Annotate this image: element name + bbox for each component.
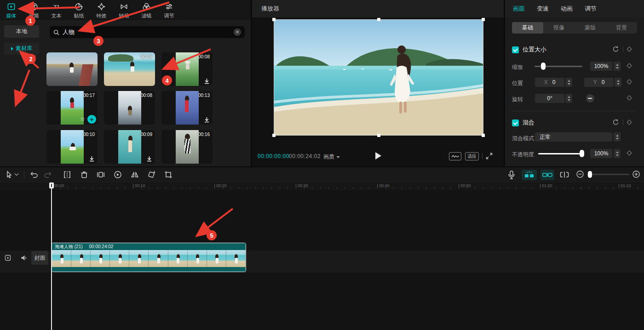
opacity-slider-handle[interactable]	[580, 150, 584, 157]
media-item-8[interactable]: 00:09	[104, 130, 155, 164]
blend-title: 混合	[523, 119, 535, 127]
position-y-stepper[interactable]	[615, 78, 621, 87]
timeline-tracks[interactable]: 封面 海滩人物 (21) 00:00:24:02	[0, 190, 644, 330]
media-item-2[interactable]: 00:25	[104, 52, 155, 86]
quality-dropdown[interactable]: 画质	[323, 153, 340, 161]
scale-stepper[interactable]	[614, 62, 621, 71]
timeline-clip[interactable]: 海滩人物 (21) 00:00:24:02	[52, 243, 246, 272]
tab-adjustment[interactable]: 调节	[585, 5, 597, 13]
zoom-out-icon[interactable]	[576, 170, 584, 178]
resize-handle-bottom-right[interactable]	[482, 134, 485, 137]
media-item-6[interactable]: 00:13	[161, 91, 213, 125]
fit-timeline-icon[interactable]	[559, 170, 569, 179]
reverse-icon[interactable]	[113, 170, 122, 179]
tab-animation[interactable]: 动画	[561, 5, 573, 13]
tab-sticker[interactable]: 贴纸	[68, 0, 90, 20]
search-clear-button[interactable]: ✕	[234, 28, 241, 36]
resize-handle-top-center[interactable]	[377, 18, 380, 21]
playhead[interactable]	[51, 182, 52, 330]
rotate-value-field[interactable]: 0°	[535, 94, 564, 103]
timeline-ruler[interactable]: 00:00 00:10 00:20 00:30 00:40 00:50 01:0…	[0, 182, 644, 190]
resize-handle-bottom-center[interactable]	[377, 134, 380, 137]
tab-media[interactable]: 媒体	[0, 0, 23, 20]
star-icon[interactable]: ☆	[80, 116, 85, 122]
fit-button[interactable]: 适应	[465, 152, 479, 160]
auto-snap-toggle[interactable]	[522, 170, 537, 180]
tab-text[interactable]: TI 文本	[45, 0, 68, 20]
tab-speed[interactable]: 变速	[537, 5, 549, 13]
subtab-keying[interactable]: 抠像	[543, 22, 575, 34]
download-icon[interactable]	[146, 156, 152, 162]
playhead-handle[interactable]	[49, 182, 54, 188]
delete-icon[interactable]	[80, 170, 89, 179]
download-icon[interactable]	[89, 156, 95, 162]
mute-track-icon[interactable]	[21, 255, 28, 261]
record-voiceover-icon[interactable]	[507, 170, 516, 180]
reset-icon[interactable]	[612, 119, 619, 125]
media-item-1[interactable]	[46, 52, 98, 86]
waveform-toggle-button[interactable]	[449, 152, 461, 160]
undo-icon[interactable]	[29, 170, 39, 179]
mirror-icon[interactable]	[130, 170, 139, 179]
blend-mode-dropdown[interactable]: 正常	[535, 132, 612, 142]
tab-transition[interactable]: 转场	[113, 0, 135, 20]
media-item-4[interactable]: 00:17 ☆ +	[46, 91, 98, 125]
keyframe-icon[interactable]	[627, 63, 632, 68]
rotate-stepper[interactable]	[565, 94, 572, 103]
track-expand-icon[interactable]	[5, 255, 11, 261]
chevron-down-icon[interactable]	[14, 173, 19, 176]
select-tool-icon[interactable]	[5, 170, 14, 179]
crop-icon[interactable]	[164, 170, 173, 179]
blend-checkbox[interactable]	[512, 119, 519, 126]
media-item-5[interactable]: 00:08	[104, 91, 155, 125]
subtab-basic[interactable]: 基础	[512, 22, 543, 34]
add-to-track-button[interactable]: +	[87, 115, 96, 124]
keyframe-icon[interactable]	[627, 79, 632, 84]
fullscreen-icon[interactable]	[486, 153, 493, 159]
download-icon[interactable]	[204, 78, 210, 84]
scale-value-field[interactable]: 100%	[590, 62, 612, 71]
zoom-in-icon[interactable]	[632, 170, 640, 178]
sidebar-item-local[interactable]: 本地	[4, 25, 39, 38]
opacity-slider[interactable]	[538, 153, 584, 154]
split-icon[interactable]	[63, 170, 72, 179]
tab-filter[interactable]: 滤镜	[135, 0, 158, 20]
play-button[interactable]	[375, 152, 381, 159]
keyframe-icon[interactable]	[627, 95, 632, 100]
subtab-background[interactable]: 背景	[606, 22, 637, 34]
keyframe-icon[interactable]	[627, 150, 632, 155]
scale-slider-handle[interactable]	[541, 63, 546, 70]
position-y-field[interactable]: Y 0	[584, 78, 614, 87]
search-input[interactable]: 人物 ✕	[50, 26, 245, 38]
keyframe-icon[interactable]	[627, 119, 632, 125]
cover-button[interactable]: 封面	[31, 251, 48, 265]
resize-handle-bottom-left[interactable]	[272, 134, 276, 137]
freeze-frame-icon[interactable]	[96, 170, 105, 179]
timeline-zoom-handle[interactable]	[588, 171, 592, 178]
scale-slider[interactable]	[535, 66, 582, 67]
media-item-9[interactable]: 00:16	[161, 130, 213, 164]
tab-adjust[interactable]: 调节	[158, 0, 180, 20]
position-x-field[interactable]: X 0	[535, 78, 564, 87]
video-preview[interactable]	[274, 19, 483, 136]
download-icon[interactable]	[204, 117, 210, 123]
media-item-7[interactable]: 00:10	[46, 130, 98, 164]
resize-handle-top-left[interactable]	[272, 18, 276, 21]
rotation-knob[interactable]	[586, 94, 594, 102]
keyframe-icon[interactable]	[627, 46, 632, 51]
opacity-value-field[interactable]: 100%	[590, 149, 612, 158]
reset-icon[interactable]	[612, 46, 619, 52]
position-x-stepper[interactable]	[565, 78, 572, 87]
tab-picture[interactable]: 画面	[513, 5, 525, 13]
blend-mode-stepper[interactable]	[614, 132, 621, 142]
linkage-toggle[interactable]	[540, 170, 554, 180]
sidebar-item-material-library[interactable]: 素材库	[4, 42, 39, 55]
position-size-checkbox[interactable]	[512, 46, 519, 53]
timeline-zoom-slider[interactable]	[587, 174, 629, 175]
tab-effects[interactable]: 特效	[90, 0, 113, 20]
subtab-mask[interactable]: 蒙版	[575, 22, 606, 34]
redo-icon[interactable]	[43, 170, 52, 179]
resize-handle-top-right[interactable]	[482, 18, 485, 21]
rotate-icon[interactable]	[147, 170, 156, 179]
opacity-stepper[interactable]	[614, 149, 621, 158]
